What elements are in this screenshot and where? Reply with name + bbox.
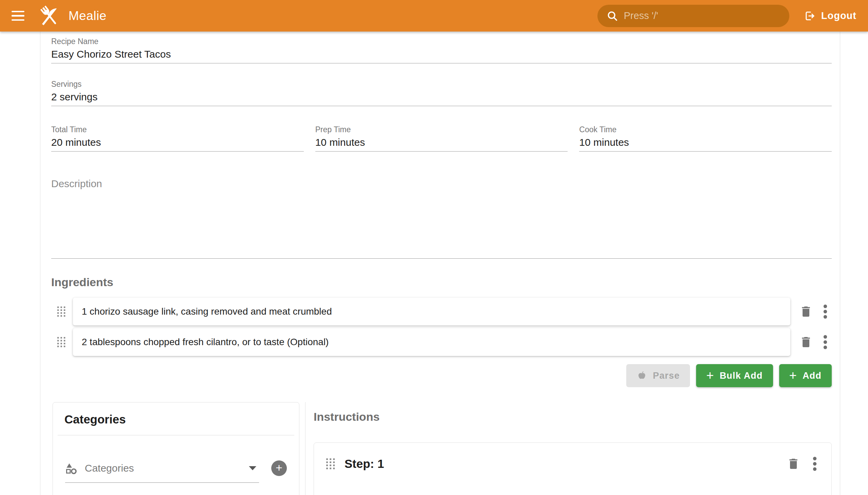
instructions-heading: Instructions	[313, 410, 832, 424]
drag-handle-icon[interactable]	[57, 337, 65, 347]
step-menu-icon[interactable]	[812, 456, 817, 471]
delete-step-button[interactable]	[787, 457, 800, 471]
categories-title: Categories	[53, 403, 299, 435]
prep-time-input[interactable]	[315, 137, 568, 152]
add-button[interactable]: + Add	[779, 364, 832, 387]
time-row: Total Time Prep Time Cook Time	[51, 125, 832, 152]
apple-icon	[636, 370, 647, 381]
recipe-editor-card: Recipe Name Servings Total Time Prep Tim…	[40, 32, 840, 495]
bulk-add-button[interactable]: + Bulk Add	[696, 364, 773, 387]
logout-button[interactable]: Logout	[800, 4, 861, 28]
ingredient-actions: Parse + Bulk Add + Add	[51, 364, 832, 387]
menu-icon[interactable]	[8, 6, 28, 26]
ingredient-list	[51, 298, 832, 356]
ingredient-input-card	[73, 328, 790, 356]
search-input[interactable]	[624, 10, 781, 21]
instructions-column: Instructions Step: 1	[313, 402, 832, 495]
cook-time-field: Cook Time	[579, 125, 832, 152]
step-card: Step: 1 Combine crumbled chorizo and chi…	[313, 442, 832, 495]
add-category-button[interactable]: +	[271, 460, 287, 476]
total-time-input[interactable]	[51, 137, 304, 152]
recipe-name-input[interactable]	[51, 49, 832, 63]
app-title: Mealie	[68, 9, 106, 23]
step-header: Step: 1	[326, 456, 819, 471]
ingredient-input-card	[73, 298, 790, 325]
categories-select-label: Categories	[85, 462, 241, 474]
drag-handle-icon[interactable]	[57, 307, 65, 317]
total-time-label: Total Time	[51, 125, 304, 134]
cook-time-input[interactable]	[579, 137, 832, 152]
mealie-logo-icon	[37, 4, 61, 28]
search-icon	[606, 10, 618, 22]
categories-card: Categories Categories	[53, 402, 300, 495]
parse-button[interactable]: Parse	[626, 364, 690, 387]
search-box[interactable]	[597, 5, 789, 27]
step-instruction-text[interactable]: Combine crumbled chorizo and chipotle pe…	[326, 492, 819, 495]
total-time-field: Total Time	[51, 125, 304, 152]
description-field	[51, 178, 832, 259]
categories-body: Categories +	[53, 435, 299, 495]
logout-icon	[804, 10, 816, 22]
plus-icon: +	[789, 369, 797, 382]
bulk-add-label: Bulk Add	[719, 371, 763, 381]
ingredient-menu-icon[interactable]	[823, 335, 828, 349]
chevron-down-icon	[249, 466, 256, 470]
prep-time-label: Prep Time	[315, 125, 568, 134]
servings-field: Servings	[51, 80, 832, 106]
prep-time-field: Prep Time	[315, 125, 568, 152]
drag-handle-icon[interactable]	[326, 458, 335, 469]
cook-time-label: Cook Time	[579, 125, 832, 134]
logout-label: Logout	[821, 10, 856, 21]
description-textarea[interactable]	[51, 178, 832, 259]
ingredient-input[interactable]	[82, 306, 782, 317]
vertical-divider	[305, 402, 306, 495]
step-title: Step: 1	[344, 457, 384, 471]
app-bar: Mealie Logout	[0, 0, 868, 32]
ingredients-heading: Ingredients	[51, 276, 832, 289]
delete-ingredient-button[interactable]	[799, 305, 813, 318]
lower-section: Categories Categories	[51, 402, 832, 495]
parse-label: Parse	[653, 371, 680, 381]
recipe-name-field: Recipe Name	[51, 37, 832, 63]
ingredient-menu-icon[interactable]	[823, 304, 828, 319]
categories-column: Categories Categories	[53, 402, 300, 495]
shapes-icon	[65, 462, 77, 474]
add-label: Add	[803, 371, 821, 381]
plus-icon: +	[706, 369, 714, 382]
ingredient-input[interactable]	[82, 337, 782, 347]
delete-ingredient-button[interactable]	[799, 335, 813, 349]
recipe-name-label: Recipe Name	[51, 37, 832, 46]
categories-select[interactable]: Categories	[65, 462, 259, 483]
servings-label: Servings	[51, 80, 832, 89]
ingredient-row	[51, 298, 832, 325]
ingredient-row	[51, 328, 832, 356]
servings-input[interactable]	[51, 91, 832, 106]
